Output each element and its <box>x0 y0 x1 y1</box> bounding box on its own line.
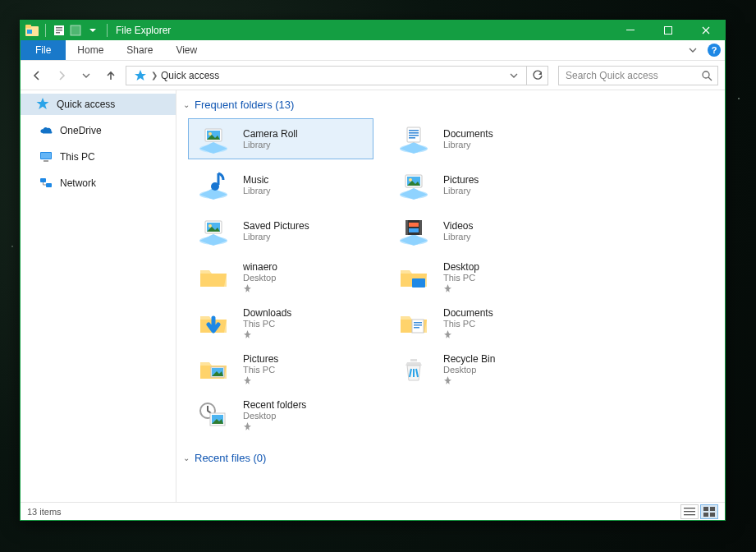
status-text: 13 items <box>27 507 62 517</box>
content-area: ⌄Frequent folders (13) Camera Roll Libra… <box>176 90 725 502</box>
recycle-icon <box>394 352 433 385</box>
recent-locations-button[interactable] <box>76 66 96 85</box>
folder-item[interactable]: Music Library <box>188 164 373 205</box>
recent-icon <box>194 398 233 431</box>
pin-icon <box>443 284 479 293</box>
folder-location: Desktop <box>243 411 306 421</box>
svg-rect-26 <box>409 135 419 136</box>
ribbon-tabs: File Home Share View ? <box>21 40 725 61</box>
folder-labels: Videos Library <box>443 220 473 242</box>
chevron-down-icon: ⌄ <box>183 453 190 462</box>
desktop-icon <box>394 260 433 293</box>
svg-rect-16 <box>40 178 46 182</box>
svg-rect-47 <box>414 324 422 326</box>
folder-labels: Documents This PC <box>443 307 493 339</box>
folder-icon <box>194 260 233 293</box>
svg-rect-1 <box>25 25 31 28</box>
qat-newfolder-icon[interactable] <box>69 24 82 37</box>
address-dropdown-button[interactable] <box>510 71 525 80</box>
up-button[interactable] <box>101 66 121 85</box>
svg-rect-48 <box>414 327 419 329</box>
folder-item[interactable]: Documents Library <box>388 118 574 159</box>
qat-properties-icon[interactable] <box>53 24 66 37</box>
svg-rect-40 <box>405 220 408 235</box>
star-icon <box>133 68 148 83</box>
chevron-right-icon[interactable]: ❯ <box>151 71 158 80</box>
svg-rect-6 <box>56 32 60 34</box>
explorer-icon <box>25 24 39 37</box>
title-bar[interactable]: File Explorer <box>21 21 725 40</box>
lib-video-icon <box>394 214 433 247</box>
folder-item[interactable]: Desktop This PC <box>388 256 574 297</box>
back-button[interactable] <box>27 66 47 85</box>
svg-rect-27 <box>409 137 415 139</box>
folder-item[interactable]: Camera Roll Library <box>188 118 373 159</box>
forward-button[interactable] <box>52 66 71 85</box>
tab-home[interactable]: Home <box>66 40 115 60</box>
pin-icon <box>443 330 493 339</box>
folder-item[interactable]: Pictures Library <box>388 164 574 205</box>
lib-pic-icon <box>194 214 233 247</box>
svg-rect-43 <box>409 228 419 232</box>
group-header[interactable]: ⌄Recent files (0) <box>183 447 718 468</box>
svg-rect-5 <box>56 30 62 31</box>
svg-rect-14 <box>41 153 51 159</box>
svg-rect-57 <box>703 507 708 511</box>
folder-location: This PC <box>243 319 291 329</box>
qat-customize-icon[interactable] <box>85 24 99 37</box>
svg-rect-17 <box>46 183 52 187</box>
ribbon-expand-button[interactable] <box>682 40 703 60</box>
address-crumb[interactable]: Quick access <box>161 70 219 81</box>
close-button[interactable] <box>687 21 725 40</box>
help-button[interactable]: ? <box>703 40 725 60</box>
folder-item[interactable]: Downloads This PC <box>188 302 373 343</box>
svg-rect-44 <box>412 278 425 288</box>
svg-rect-41 <box>419 220 422 235</box>
folder-item[interactable]: Videos Library <box>388 210 574 251</box>
navigation-pane[interactable]: Quick accessOneDriveThis PCNetwork <box>21 90 176 502</box>
folder-item[interactable]: winaero Desktop <box>188 256 373 297</box>
maximize-button[interactable] <box>649 21 687 40</box>
folder-location: Library <box>443 140 493 150</box>
minimize-button[interactable] <box>612 21 649 40</box>
refresh-button[interactable] <box>527 66 548 85</box>
file-tab[interactable]: File <box>21 40 66 60</box>
pin-icon <box>443 376 495 385</box>
folder-item[interactable]: Pictures This PC <box>188 348 373 389</box>
svg-line-12 <box>708 77 712 80</box>
content-scroll[interactable]: ⌄Frequent folders (13) Camera Roll Libra… <box>176 90 725 502</box>
svg-point-21 <box>208 132 212 136</box>
window-title: File Explorer <box>111 25 171 36</box>
folder-labels: Recent folders Desktop <box>243 399 306 431</box>
group-header[interactable]: ⌄Frequent folders (13) <box>183 94 718 115</box>
folder-name: Camera Roll <box>243 128 298 140</box>
address-bar[interactable]: ❯ Quick access <box>126 66 527 85</box>
svg-rect-46 <box>414 322 422 324</box>
large-icons-view-button[interactable] <box>700 504 718 519</box>
folder-labels: Desktop This PC <box>443 261 479 293</box>
folder-item[interactable]: Recycle Bin Desktop <box>388 348 574 389</box>
explorer-body: Quick accessOneDriveThis PCNetwork ⌄Freq… <box>21 90 725 502</box>
pin-icon <box>243 376 278 385</box>
sidebar-item-quick-access[interactable]: Quick access <box>21 94 176 115</box>
sidebar-item-this-pc[interactable]: This PC <box>21 146 176 168</box>
sidebar-item-network[interactable]: Network <box>21 172 176 194</box>
sidebar-item-label: OneDrive <box>60 125 102 136</box>
pin-icon <box>243 330 291 339</box>
folder-location: Library <box>243 186 271 196</box>
folder-name: Documents <box>443 307 493 319</box>
folder-name: Music <box>243 174 271 186</box>
details-view-button[interactable] <box>680 504 699 519</box>
tab-view[interactable]: View <box>164 40 208 60</box>
svg-rect-59 <box>703 513 708 517</box>
search-input[interactable] <box>564 69 701 82</box>
folder-item[interactable]: Saved Pictures Library <box>188 210 373 251</box>
tab-share[interactable]: Share <box>115 40 164 60</box>
search-box[interactable] <box>558 66 718 85</box>
sidebar-item-onedrive[interactable]: OneDrive <box>21 120 176 141</box>
folder-item[interactable]: Recent folders Desktop <box>188 394 373 435</box>
file-explorer-window: File Explorer File Home Share View ? <box>20 20 726 521</box>
lib-pic-icon <box>394 168 433 201</box>
sidebar-item-label: This PC <box>60 151 95 163</box>
folder-item[interactable]: Documents This PC <box>388 302 574 343</box>
